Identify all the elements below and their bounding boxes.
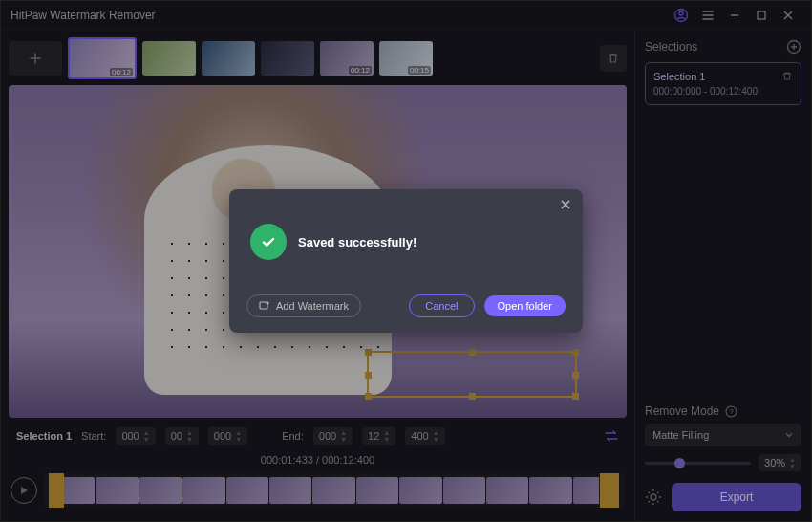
add-watermark-label: Add Watermark (276, 300, 349, 312)
modal-overlay: Saved successfully! Add Watermark Cancel… (0, 0, 812, 522)
open-folder-button[interactable]: Open folder (484, 295, 566, 316)
dialog-close-button[interactable] (560, 199, 571, 210)
cancel-button[interactable]: Cancel (409, 294, 474, 317)
add-watermark-button[interactable]: Add Watermark (246, 294, 361, 317)
dialog-message: Saved successfully! (298, 235, 417, 250)
success-check-icon (250, 224, 287, 260)
image-plus-icon (259, 300, 270, 312)
saved-dialog: Saved successfully! Add Watermark Cancel… (229, 189, 583, 333)
